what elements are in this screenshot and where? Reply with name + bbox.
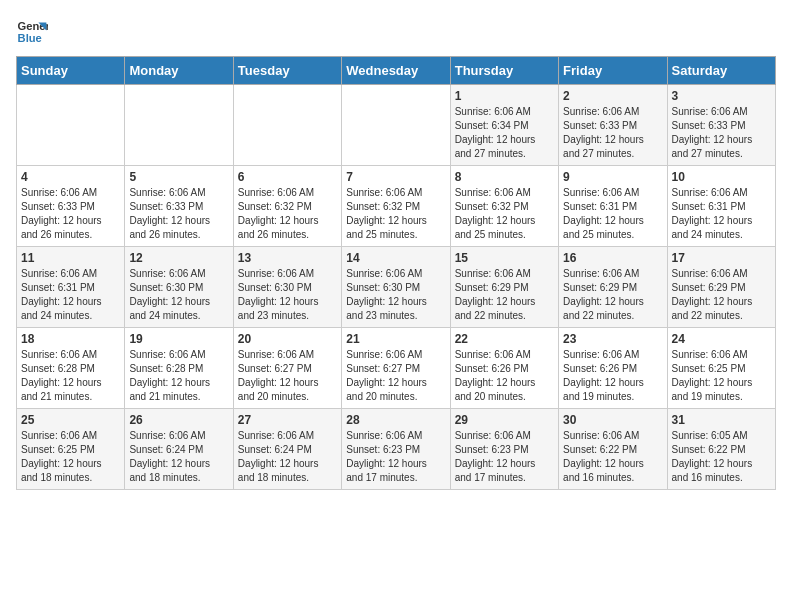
day-info: Sunrise: 6:06 AM Sunset: 6:32 PM Dayligh…	[346, 186, 445, 242]
day-number: 6	[238, 170, 337, 184]
calendar-header-row: SundayMondayTuesdayWednesdayThursdayFrid…	[17, 57, 776, 85]
calendar-cell: 1Sunrise: 6:06 AM Sunset: 6:34 PM Daylig…	[450, 85, 558, 166]
day-info: Sunrise: 6:06 AM Sunset: 6:23 PM Dayligh…	[455, 429, 554, 485]
day-number: 31	[672, 413, 771, 427]
day-info: Sunrise: 6:06 AM Sunset: 6:27 PM Dayligh…	[238, 348, 337, 404]
day-number: 9	[563, 170, 662, 184]
day-info: Sunrise: 6:06 AM Sunset: 6:24 PM Dayligh…	[238, 429, 337, 485]
logo-icon: General Blue	[16, 16, 48, 48]
day-info: Sunrise: 6:06 AM Sunset: 6:26 PM Dayligh…	[455, 348, 554, 404]
day-number: 29	[455, 413, 554, 427]
col-header-sunday: Sunday	[17, 57, 125, 85]
calendar-cell: 6Sunrise: 6:06 AM Sunset: 6:32 PM Daylig…	[233, 166, 341, 247]
calendar-cell: 18Sunrise: 6:06 AM Sunset: 6:28 PM Dayli…	[17, 328, 125, 409]
svg-text:Blue: Blue	[18, 32, 42, 44]
day-info: Sunrise: 6:06 AM Sunset: 6:25 PM Dayligh…	[672, 348, 771, 404]
day-info: Sunrise: 6:06 AM Sunset: 6:27 PM Dayligh…	[346, 348, 445, 404]
calendar-cell: 12Sunrise: 6:06 AM Sunset: 6:30 PM Dayli…	[125, 247, 233, 328]
day-info: Sunrise: 6:06 AM Sunset: 6:31 PM Dayligh…	[21, 267, 120, 323]
day-info: Sunrise: 6:06 AM Sunset: 6:26 PM Dayligh…	[563, 348, 662, 404]
day-info: Sunrise: 6:06 AM Sunset: 6:28 PM Dayligh…	[129, 348, 228, 404]
day-info: Sunrise: 6:06 AM Sunset: 6:29 PM Dayligh…	[672, 267, 771, 323]
day-info: Sunrise: 6:06 AM Sunset: 6:28 PM Dayligh…	[21, 348, 120, 404]
calendar-cell: 22Sunrise: 6:06 AM Sunset: 6:26 PM Dayli…	[450, 328, 558, 409]
page-header: General Blue	[16, 16, 776, 48]
calendar-cell: 25Sunrise: 6:06 AM Sunset: 6:25 PM Dayli…	[17, 409, 125, 490]
day-info: Sunrise: 6:06 AM Sunset: 6:31 PM Dayligh…	[672, 186, 771, 242]
day-info: Sunrise: 6:06 AM Sunset: 6:30 PM Dayligh…	[129, 267, 228, 323]
day-info: Sunrise: 6:06 AM Sunset: 6:33 PM Dayligh…	[129, 186, 228, 242]
day-info: Sunrise: 6:06 AM Sunset: 6:32 PM Dayligh…	[238, 186, 337, 242]
calendar-cell: 4Sunrise: 6:06 AM Sunset: 6:33 PM Daylig…	[17, 166, 125, 247]
day-number: 24	[672, 332, 771, 346]
day-number: 5	[129, 170, 228, 184]
day-info: Sunrise: 6:06 AM Sunset: 6:24 PM Dayligh…	[129, 429, 228, 485]
day-number: 21	[346, 332, 445, 346]
col-header-saturday: Saturday	[667, 57, 775, 85]
day-number: 15	[455, 251, 554, 265]
day-info: Sunrise: 6:05 AM Sunset: 6:22 PM Dayligh…	[672, 429, 771, 485]
day-number: 12	[129, 251, 228, 265]
day-info: Sunrise: 6:06 AM Sunset: 6:29 PM Dayligh…	[455, 267, 554, 323]
calendar-cell: 5Sunrise: 6:06 AM Sunset: 6:33 PM Daylig…	[125, 166, 233, 247]
day-info: Sunrise: 6:06 AM Sunset: 6:33 PM Dayligh…	[563, 105, 662, 161]
calendar-week-row: 25Sunrise: 6:06 AM Sunset: 6:25 PM Dayli…	[17, 409, 776, 490]
calendar-cell: 16Sunrise: 6:06 AM Sunset: 6:29 PM Dayli…	[559, 247, 667, 328]
col-header-wednesday: Wednesday	[342, 57, 450, 85]
day-info: Sunrise: 6:06 AM Sunset: 6:29 PM Dayligh…	[563, 267, 662, 323]
day-info: Sunrise: 6:06 AM Sunset: 6:33 PM Dayligh…	[672, 105, 771, 161]
calendar-cell	[233, 85, 341, 166]
calendar-cell: 14Sunrise: 6:06 AM Sunset: 6:30 PM Dayli…	[342, 247, 450, 328]
calendar-cell	[17, 85, 125, 166]
day-number: 4	[21, 170, 120, 184]
col-header-thursday: Thursday	[450, 57, 558, 85]
day-number: 16	[563, 251, 662, 265]
calendar-cell: 27Sunrise: 6:06 AM Sunset: 6:24 PM Dayli…	[233, 409, 341, 490]
day-number: 2	[563, 89, 662, 103]
day-number: 14	[346, 251, 445, 265]
day-number: 1	[455, 89, 554, 103]
day-number: 20	[238, 332, 337, 346]
day-number: 11	[21, 251, 120, 265]
calendar-week-row: 1Sunrise: 6:06 AM Sunset: 6:34 PM Daylig…	[17, 85, 776, 166]
day-number: 8	[455, 170, 554, 184]
calendar-cell: 20Sunrise: 6:06 AM Sunset: 6:27 PM Dayli…	[233, 328, 341, 409]
calendar-cell: 23Sunrise: 6:06 AM Sunset: 6:26 PM Dayli…	[559, 328, 667, 409]
calendar-cell: 3Sunrise: 6:06 AM Sunset: 6:33 PM Daylig…	[667, 85, 775, 166]
calendar-week-row: 18Sunrise: 6:06 AM Sunset: 6:28 PM Dayli…	[17, 328, 776, 409]
calendar-cell: 29Sunrise: 6:06 AM Sunset: 6:23 PM Dayli…	[450, 409, 558, 490]
calendar-table: SundayMondayTuesdayWednesdayThursdayFrid…	[16, 56, 776, 490]
calendar-cell: 19Sunrise: 6:06 AM Sunset: 6:28 PM Dayli…	[125, 328, 233, 409]
calendar-week-row: 11Sunrise: 6:06 AM Sunset: 6:31 PM Dayli…	[17, 247, 776, 328]
day-number: 30	[563, 413, 662, 427]
calendar-cell: 17Sunrise: 6:06 AM Sunset: 6:29 PM Dayli…	[667, 247, 775, 328]
day-info: Sunrise: 6:06 AM Sunset: 6:33 PM Dayligh…	[21, 186, 120, 242]
calendar-cell: 21Sunrise: 6:06 AM Sunset: 6:27 PM Dayli…	[342, 328, 450, 409]
calendar-cell: 30Sunrise: 6:06 AM Sunset: 6:22 PM Dayli…	[559, 409, 667, 490]
day-number: 22	[455, 332, 554, 346]
calendar-week-row: 4Sunrise: 6:06 AM Sunset: 6:33 PM Daylig…	[17, 166, 776, 247]
logo: General Blue	[16, 16, 48, 48]
day-info: Sunrise: 6:06 AM Sunset: 6:30 PM Dayligh…	[346, 267, 445, 323]
calendar-cell: 8Sunrise: 6:06 AM Sunset: 6:32 PM Daylig…	[450, 166, 558, 247]
calendar-cell: 11Sunrise: 6:06 AM Sunset: 6:31 PM Dayli…	[17, 247, 125, 328]
day-info: Sunrise: 6:06 AM Sunset: 6:31 PM Dayligh…	[563, 186, 662, 242]
calendar-cell: 28Sunrise: 6:06 AM Sunset: 6:23 PM Dayli…	[342, 409, 450, 490]
day-number: 23	[563, 332, 662, 346]
col-header-monday: Monday	[125, 57, 233, 85]
calendar-cell: 7Sunrise: 6:06 AM Sunset: 6:32 PM Daylig…	[342, 166, 450, 247]
calendar-cell: 9Sunrise: 6:06 AM Sunset: 6:31 PM Daylig…	[559, 166, 667, 247]
day-info: Sunrise: 6:06 AM Sunset: 6:34 PM Dayligh…	[455, 105, 554, 161]
day-number: 10	[672, 170, 771, 184]
day-number: 17	[672, 251, 771, 265]
day-info: Sunrise: 6:06 AM Sunset: 6:32 PM Dayligh…	[455, 186, 554, 242]
day-info: Sunrise: 6:06 AM Sunset: 6:22 PM Dayligh…	[563, 429, 662, 485]
day-number: 27	[238, 413, 337, 427]
col-header-tuesday: Tuesday	[233, 57, 341, 85]
calendar-cell: 15Sunrise: 6:06 AM Sunset: 6:29 PM Dayli…	[450, 247, 558, 328]
day-number: 18	[21, 332, 120, 346]
calendar-cell: 31Sunrise: 6:05 AM Sunset: 6:22 PM Dayli…	[667, 409, 775, 490]
day-info: Sunrise: 6:06 AM Sunset: 6:25 PM Dayligh…	[21, 429, 120, 485]
day-number: 26	[129, 413, 228, 427]
day-number: 28	[346, 413, 445, 427]
